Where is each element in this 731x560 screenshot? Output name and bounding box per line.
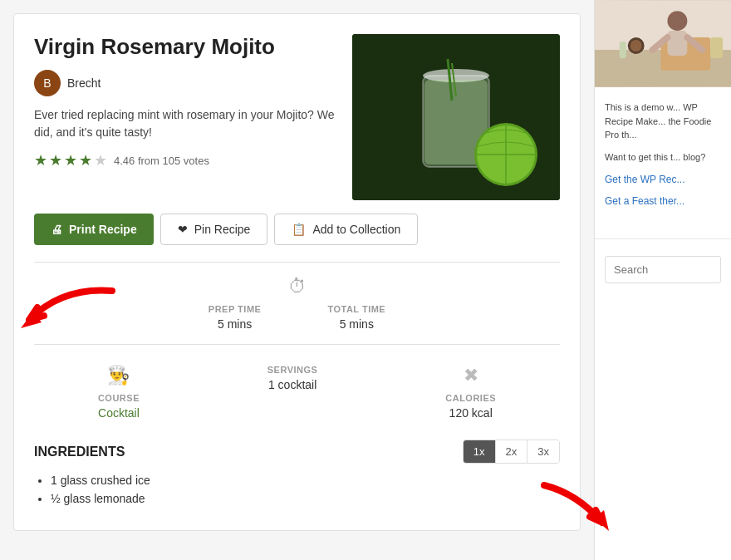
sidebar-text-content: This is a demo w... WP Recipe Make... th…	[595, 87, 731, 228]
timer-icon: ⏱	[288, 276, 307, 297]
search-input[interactable]	[605, 256, 721, 283]
author-name: Brecht	[67, 76, 101, 90]
recipe-description: Ever tried replacing mint with rosemary …	[34, 106, 336, 141]
star-1[interactable]: ★	[34, 151, 47, 169]
sidebar-image	[595, 0, 731, 87]
chef-hat-icon: 👨‍🍳	[107, 365, 130, 386]
course-detail: 👨‍🍳 COURSE Cocktail	[98, 365, 140, 420]
divider-2	[34, 344, 560, 345]
star-3[interactable]: ★	[64, 151, 77, 169]
sidebar-search-container	[595, 249, 731, 290]
multiplier-buttons: 1x 2x 3x	[463, 440, 560, 464]
multiplier-3x-button[interactable]: 3x	[527, 440, 559, 463]
total-time: TOTAL TIME 5 mins	[327, 304, 385, 331]
action-buttons: 🖨 Print Recipe ❤ Pin Recipe 📋 Add to Col…	[34, 214, 560, 245]
svg-point-13	[667, 11, 687, 31]
star-5[interactable]: ★	[94, 151, 107, 169]
svg-point-18	[630, 40, 642, 52]
time-section: PREP TIME 5 mins TOTAL TIME 5 mins	[34, 304, 560, 331]
sidebar-description-2: Want to get this t... blog?	[605, 150, 721, 165]
ingredients-title: INGREDIENTS	[34, 445, 125, 459]
ingredient-item: ½ glass lemonade	[51, 492, 560, 505]
recipe-title: Virgin Rosemary Mojito	[34, 34, 336, 60]
divider-1	[34, 262, 560, 263]
details-section: 👨‍🍳 COURSE Cocktail SERVINGS 1 cocktail …	[34, 358, 560, 420]
sidebar-link-1[interactable]: Get the WP Rec...	[605, 172, 721, 187]
star-4[interactable]: ★	[79, 151, 92, 169]
sidebar-link-2[interactable]: Get a Feast ther...	[605, 194, 721, 209]
ingredients-list: 1 glass crushed ice ½ glass lemonade	[34, 474, 560, 505]
recipe-image	[352, 34, 560, 200]
rating-text: 4.46 from 105 votes	[114, 155, 209, 167]
print-recipe-button[interactable]: 🖨 Print Recipe	[34, 214, 154, 245]
multiplier-1x-button[interactable]: 1x	[464, 440, 496, 463]
ingredients-section: INGREDIENTS 1x 2x 3x 1 glass crushed ice…	[34, 433, 560, 505]
star-2[interactable]: ★	[49, 151, 62, 169]
ingredient-item: 1 glass crushed ice	[51, 474, 560, 487]
multiplier-2x-button[interactable]: 2x	[496, 440, 528, 463]
sidebar-divider	[595, 238, 731, 239]
star-rating[interactable]: ★ ★ ★ ★ ★	[34, 151, 107, 169]
print-icon: 🖨	[51, 223, 62, 236]
sidebar-description-1: This is a demo w... WP Recipe Make... th…	[605, 101, 721, 142]
pin-recipe-button[interactable]: ❤ Pin Recipe	[160, 214, 268, 245]
svg-rect-19	[620, 42, 626, 58]
collection-icon: 📋	[292, 223, 306, 236]
servings-detail: SERVINGS 1 cocktail	[267, 365, 318, 420]
utensils-icon: ✖	[464, 365, 478, 386]
prep-time: PREP TIME 5 mins	[209, 304, 262, 331]
svg-rect-20	[710, 37, 723, 58]
author-avatar: B	[34, 70, 61, 96]
svg-rect-14	[667, 31, 687, 56]
sidebar: This is a demo w... WP Recipe Make... th…	[594, 0, 731, 560]
add-to-collection-button[interactable]: 📋 Add to Collection	[274, 214, 418, 245]
calories-detail: ✖ CALORIES 120 kcal	[445, 365, 496, 420]
pinterest-icon: ❤	[178, 223, 188, 236]
